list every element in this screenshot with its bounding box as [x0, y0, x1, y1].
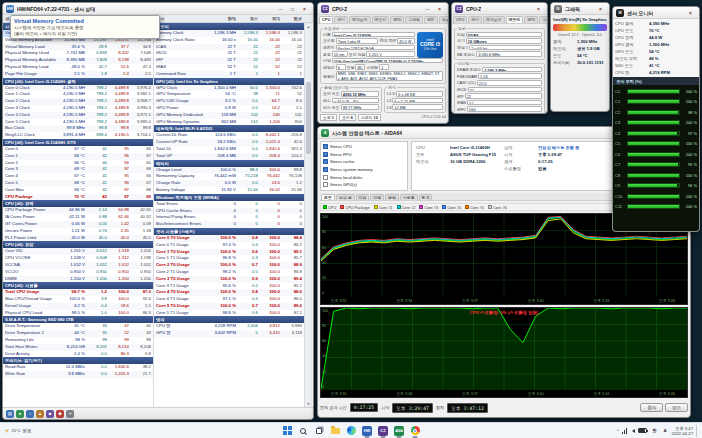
sensor-row[interactable]: Charge Rate0.0 W0.024.61.2 — [154, 180, 304, 187]
start-button[interactable] — [281, 424, 294, 438]
sensor-row[interactable]: Core 168 °C429667 — [3, 153, 153, 160]
sensor-row[interactable]: Write Rate3.8 MB/s0.01,205.321.7 — [3, 371, 153, 378]
sensor-row[interactable]: GT Cores Power0.06 W0.001.420.09 — [3, 221, 153, 228]
stress-option[interactable]: Stress local disks — [323, 173, 405, 181]
tab-메모리[interactable]: 메모리 — [506, 16, 524, 23]
show-desktop-button[interactable] — [696, 425, 699, 437]
scrollbar-down-button[interactable]: ▼ — [305, 400, 312, 407]
tab-정보[interactable]: 정보 — [439, 16, 448, 23]
sensor-row[interactable]: Core 4 T0 Usage100.0 %0.8100.088.6 — [154, 289, 304, 296]
tab-캐시[interactable]: 캐시 — [468, 16, 482, 23]
weather-widget[interactable]: ☀ 21°C 맑음 — [4, 428, 31, 434]
sensor-row[interactable]: Battery Voltage15.82 V15.6416.0215.84 — [154, 187, 304, 194]
sensor-row[interactable]: Core 568 °C419667 — [3, 180, 153, 187]
battery-icon[interactable] — [638, 428, 647, 433]
sensor-row[interactable]: Command Rate1 T111 — [154, 71, 304, 78]
sensor-row[interactable]: Core 0 Clock4,190.5 MHz798.24,489.83,976… — [3, 85, 153, 92]
sensor-group-header[interactable]: 네트워크: Intel Wi-Fi 6 AX201 — [154, 125, 304, 132]
chevron-up-icon[interactable]: ^ — [617, 428, 619, 433]
sensor-row[interactable]: tRAS52 T525252 — [154, 64, 304, 71]
sensor-row[interactable]: VCCSA1.052 V1.0521.0521.052 — [3, 262, 153, 269]
sensor-row[interactable]: Core Max69 °C429768 — [3, 187, 153, 194]
checkbox-checked[interactable]: ✓ — [323, 144, 328, 149]
sensor-row[interactable]: Internal Parity Errors0000 — [154, 214, 304, 221]
sensor-row[interactable]: Core 2 T1 Usage98.2 %0.5100.086.8 — [154, 269, 304, 276]
tab-전압[interactable]: 전압 — [356, 194, 370, 201]
sensor-row[interactable]: Core 4 Clock4,190.5 MHz798.24,489.83,971… — [3, 112, 153, 119]
sensor-row[interactable]: Core 0 T0 Usage100.0 %0.8100.088.4 — [154, 235, 304, 242]
graph-button[interactable]: ▲ — [36, 410, 44, 418]
legend-item[interactable]: Core #5 — [465, 205, 484, 210]
sensor-row[interactable]: GPU 팬3,602 RPM04,4153,118 — [154, 330, 304, 337]
settings-button[interactable]: + — [66, 410, 74, 418]
sensor-group-header[interactable]: 배터리 — [154, 160, 304, 167]
layout-button[interactable]: ■ — [46, 410, 54, 418]
sensor-row[interactable]: tRCD22 T222222 — [154, 50, 304, 57]
sensor-row[interactable]: Remaining Capacity76,442 mWh75,21876,442… — [154, 173, 304, 180]
sensor-row[interactable]: GPU Clock1,300.0 MHz50.01,350.0742.6 — [154, 85, 304, 92]
legend-item[interactable]: Core #2 — [397, 205, 416, 210]
record-button[interactable]: ● — [16, 410, 24, 418]
search-button[interactable] — [297, 424, 310, 438]
sensor-row[interactable]: Core 4 T1 Usage97.1 %0.4100.086.0 — [154, 296, 304, 303]
tab-SPD[interactable]: SPD — [524, 16, 538, 23]
hwinfo-taskbar-icon[interactable]: HW — [361, 424, 374, 438]
close-icon[interactable]: × — [595, 4, 606, 13]
sensor-group-header[interactable]: CPU [#0]: 사용률 — [3, 282, 153, 289]
minimize-icon[interactable]: ─ — [422, 4, 433, 13]
report-button[interactable]: ▤ — [6, 410, 14, 418]
sensor-row[interactable]: Core 1 T1 Usage96.8 %0.3100.085.7 — [154, 255, 304, 262]
close-icon[interactable]: × — [299, 4, 310, 13]
legend-item[interactable]: Core #1 — [374, 205, 393, 210]
sensor-row[interactable]: Core 5 Clock4,190.5 MHz798.24,489.83,985… — [3, 119, 153, 126]
stress-option[interactable]: ✓Stress CPU — [323, 143, 405, 151]
tab-메인보드[interactable]: 메인보드 — [349, 16, 371, 23]
sensor-row[interactable]: Memory Clock Ratio16.00 x16.0016.0016.00 — [154, 37, 304, 44]
sensor-group-header[interactable]: CPU [#0]: 전압 — [3, 241, 153, 248]
ime-language[interactable]: 한 — [650, 427, 658, 434]
aida64-taskbar-icon[interactable]: A64 — [393, 424, 406, 438]
sensor-row[interactable]: Read Rate12.4 MB/s0.01,842.638.2 — [3, 364, 153, 371]
sensor-row[interactable]: Ring/LLC Clock3,891.4 MHz698.44,190.53,7… — [3, 132, 153, 139]
graphics-titlebar[interactable]: G 그래픽 × — [551, 3, 609, 15]
sensor-row[interactable]: Total Errors0000 — [154, 201, 304, 208]
tab-캐시[interactable]: 캐시 — [334, 16, 348, 23]
sensor-row[interactable]: CPU Package70 °C439769 — [3, 194, 153, 201]
sensor-row[interactable]: Total CPU Usage98.7 %1.2100.087.3 — [3, 289, 153, 296]
sensor-row[interactable]: Drive Temperature 244 °C355243 — [3, 330, 153, 337]
sensor-group-header[interactable]: 냉각 — [154, 316, 304, 323]
cpuz-titlebar[interactable]: CZ CPU-Z ─ × — [318, 3, 448, 15]
tab-그래픽[interactable]: 그래픽 — [405, 16, 423, 23]
sensor-row[interactable]: Core 266 °C409465 — [3, 160, 153, 167]
sensor-row[interactable]: GPU Memory Dynamic842 MB5121,206804 — [154, 119, 304, 126]
sensor-row[interactable]: PL1 Power Limit45.0 W45.045.045.0 — [3, 235, 153, 242]
scrollbar[interactable]: ▲ ▼ — [304, 23, 312, 407]
legend-item[interactable]: Core #3 — [419, 205, 438, 210]
checkbox-checked[interactable]: ✓ — [323, 152, 328, 157]
sensor-group-header[interactable]: 코어 사용률 (스레드) — [154, 228, 304, 235]
hwinfo-titlebar[interactable]: HW HWiNFO64 v7.22-4731 - 센서 상태 ─ □ × — [3, 3, 313, 15]
legend-item[interactable]: CPU — [323, 205, 336, 210]
monitor-titlebar[interactable]: M 센서 모니터 × — [613, 7, 699, 19]
sensor-row[interactable]: Bus Clock99.8 MHz99.899.899.8 — [3, 125, 153, 132]
sensor-row[interactable]: Core 3 Clock4,190.5 MHz798.24,489.83,990… — [3, 105, 153, 112]
sensor-row[interactable]: IA Cores Power42.11 W0.8862.4640.02 — [3, 214, 153, 221]
sensor-row[interactable]: Memory Clock1,596.3 MHz1,596.31,596.31,5… — [154, 30, 304, 37]
sensor-row[interactable]: Remaining Life99 %999999 — [3, 337, 153, 344]
sensor-row[interactable]: CPU Package Power44.96 W2.1464.8842.65 — [3, 207, 153, 214]
sensor-group-header[interactable]: 드라이브: 읽기/쓰기 — [3, 357, 153, 364]
tab-냉각 팬[interactable]: 냉각 팬 — [336, 194, 355, 201]
stress-option[interactable]: ✓Stress FPU — [323, 151, 405, 159]
sensor-row[interactable]: Core 1 Clock4,190.5 MHz798.24,489.83,982… — [3, 91, 153, 98]
sensor-row[interactable]: GPU Memory Dedicated128 MB102246141 — [154, 112, 304, 119]
clock-button[interactable]: ○ — [26, 410, 34, 418]
tab-전력[interactable]: 전력 — [370, 194, 384, 201]
sensor-row[interactable]: Core 2 T0 Usage100.0 %0.7100.088.9 — [154, 262, 304, 269]
checkbox-unchecked[interactable] — [323, 182, 328, 187]
sensor-row[interactable]: Uncore Power1.21 W0.742.351.18 — [3, 228, 153, 235]
sensor-row[interactable]: Virtual Memory Load35.6 %28.937.734.8 — [3, 44, 153, 51]
tab-벤치[interactable]: 벤치 — [424, 16, 438, 23]
stress-option[interactable]: ✓Stress system memory — [323, 166, 405, 174]
sensor-row[interactable]: Max CPU/Thread Usage100.0 %3.8100.092.6 — [3, 296, 153, 303]
sensor-row[interactable]: Page File Usage2.1 %1.82.42.0 — [3, 71, 153, 78]
